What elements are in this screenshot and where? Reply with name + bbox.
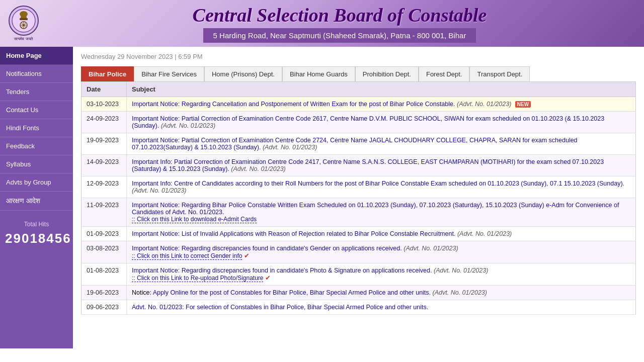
hits-count: 29018456 xyxy=(5,231,68,246)
notice-date: 01-09-2023 xyxy=(82,227,127,241)
tab-home-prisons[interactable]: Home (Prisons) Dept. xyxy=(204,66,282,81)
table-row: 14-09-2023 Important Info: Partial Corre… xyxy=(82,155,636,176)
notice-subject: Important Notice: Partial Correction of … xyxy=(127,112,636,133)
adv-no: (Advt. No. 01/2023) xyxy=(231,165,285,172)
table-row: 19-09-2023 Important Notice: Partial Cor… xyxy=(82,133,636,155)
notice-date: 14-09-2023 xyxy=(82,155,127,176)
notice-subject: Important Info: Centre of Candidates acc… xyxy=(127,176,636,198)
tab-forest[interactable]: Forest Dept. xyxy=(419,66,470,81)
table-row: 09-06-2023 Advt. No. 01/2023: For select… xyxy=(82,300,636,315)
notice-subject: Important Notice: List of Invalid Applic… xyxy=(127,227,636,241)
notice-date: 03-10-2023 xyxy=(82,97,127,112)
notice-link[interactable]: Important Info: Centre of Candidates acc… xyxy=(132,180,624,187)
adv-no: (Advt. No. 01/2023) xyxy=(132,187,186,194)
sidebar-hits: Total Hits 29018456 xyxy=(0,211,73,251)
sub-link-gender[interactable]: :: Click on this Link to correct Gender … xyxy=(132,252,242,260)
new-badge: NEW xyxy=(515,101,531,108)
main-content: Wednesday 29 November 2023 | 6:59 PM Bih… xyxy=(73,47,644,348)
notices-table: Date Subject 03-10-2023 Important Notice… xyxy=(81,81,636,315)
check-icon: ✔ xyxy=(244,252,250,259)
notice-date: 19-06-2023 xyxy=(82,286,127,300)
title-area: Central Selection Board of Constable 5 H… xyxy=(41,4,638,43)
tab-transport[interactable]: Transport Dept. xyxy=(469,66,530,81)
notice-prefix: Notice: xyxy=(132,289,153,296)
adv-no: (Advt. No. 01/2023) xyxy=(433,289,487,296)
sub-link-eadmit[interactable]: :: Click on this Link to download e-Admi… xyxy=(132,216,257,223)
sidebar-item-reservation[interactable]: आरक्षण आदेश xyxy=(0,192,73,211)
hits-label: Total Hits xyxy=(5,221,68,228)
col-header-subject: Subject xyxy=(127,82,636,97)
notice-subject: Important Notice: Regarding discrepancie… xyxy=(127,241,636,263)
tab-bihar-fire[interactable]: Bihar Fire Services xyxy=(134,66,204,81)
notice-link[interactable]: Important Notice: Regarding Bihar Police… xyxy=(132,202,619,216)
table-row: 12-09-2023 Important Info: Centre of Can… xyxy=(82,176,636,198)
emblem: सत्यमेव जयते xyxy=(6,5,41,42)
notice-subject: Notice: Apply Online for the post of Con… xyxy=(127,286,636,300)
adv-no: (Advt. No. 01/2023) xyxy=(457,230,512,237)
tab-bihar-police[interactable]: Bihar Police xyxy=(81,66,134,81)
notice-link[interactable]: Important Notice: List of Invalid Applic… xyxy=(132,230,455,237)
adv-no: (Advt. No. 01/2023) xyxy=(457,101,511,108)
notice-date: 19-09-2023 xyxy=(82,133,127,155)
sidebar-item-hindifonts[interactable]: Hindi Fonts xyxy=(0,119,73,137)
sidebar-item-tenders[interactable]: Tenders xyxy=(0,83,73,101)
notice-subject: Important Notice: Regarding Bihar Police… xyxy=(127,198,636,227)
notice-date: 11-09-2023 xyxy=(82,198,127,227)
sidebar: Home Page Notifications Tenders Contact … xyxy=(0,47,73,348)
emblem-circle xyxy=(9,6,39,36)
adv-no: (Advt. No. 01/2023) xyxy=(263,144,317,151)
notice-subject: Important Notice: Partial Correction of … xyxy=(127,133,636,155)
table-row: 03-10-2023 Important Notice: Regarding C… xyxy=(82,97,636,112)
sidebar-item-contactus[interactable]: Contact Us xyxy=(0,101,73,119)
notice-date: 03-08-2023 xyxy=(82,241,127,263)
table-row: 11-09-2023 Important Notice: Regarding B… xyxy=(82,198,636,227)
table-row: 19-06-2023 Notice: Apply Online for the … xyxy=(82,286,636,300)
tab-prohibition[interactable]: Prohibition Dept. xyxy=(355,66,419,81)
sidebar-item-syllabus[interactable]: Syllabus xyxy=(0,155,73,173)
table-row: 03-08-2023 Important Notice: Regarding d… xyxy=(82,241,636,263)
notice-date: 24-09-2023 xyxy=(82,112,127,133)
layout: Home Page Notifications Tenders Contact … xyxy=(0,47,644,348)
col-header-date: Date xyxy=(82,82,127,97)
notice-date: 12-09-2023 xyxy=(82,176,127,198)
sidebar-item-feedback[interactable]: Feedback xyxy=(0,137,73,155)
table-row: 01-09-2023 Important Notice: List of Inv… xyxy=(82,227,636,241)
adv-no: (Advt. No. 01/2023) xyxy=(161,122,215,129)
notice-link[interactable]: Advt. No. 01/2023: For selection of Cons… xyxy=(132,304,428,311)
svg-rect-3 xyxy=(20,18,28,20)
notice-link[interactable]: Important Notice: Regarding discrepancie… xyxy=(132,267,432,274)
notice-subject: Important Notice: Regarding Cancellation… xyxy=(127,97,636,112)
current-time: 6:59 PM xyxy=(178,53,202,60)
table-row: 24-09-2023 Important Notice: Partial Cor… xyxy=(82,112,636,133)
notice-link[interactable]: Important Info: Partial Correction of Ex… xyxy=(132,158,604,172)
notice-link[interactable]: Apply Online for the post of Constables … xyxy=(153,289,431,296)
current-date: Wednesday 29 November 2023 xyxy=(81,53,173,60)
notice-date: 09-06-2023 xyxy=(82,300,127,315)
emblem-text: सत्यमेव जयते xyxy=(14,37,33,42)
table-row: 01-08-2023 Important Notice: Regarding d… xyxy=(82,263,636,286)
notice-date: 01-08-2023 xyxy=(82,263,127,286)
sidebar-item-notifications[interactable]: Notifications xyxy=(0,65,73,83)
logo-area: सत्यमेव जयते xyxy=(6,5,41,42)
adv-no: (Advt. No. 01/2023) xyxy=(434,267,488,274)
notice-subject: Important Info: Partial Correction of Ex… xyxy=(127,155,636,176)
notice-subject: Advt. No. 01/2023: For selection of Cons… xyxy=(127,300,636,315)
check-icon: ✔ xyxy=(265,275,271,282)
notice-link[interactable]: Important Notice: Partial Correction of … xyxy=(132,137,578,151)
notice-link[interactable]: Important Notice: Regarding discrepancie… xyxy=(132,245,402,252)
adv-no: (Advt. No. 01/2023) xyxy=(404,245,458,252)
tabs-bar: Bihar Police Bihar Fire Services Home (P… xyxy=(81,66,636,81)
tab-bihar-home-guards[interactable]: Bihar Home Guards xyxy=(282,66,355,81)
sidebar-item-homepage[interactable]: Home Page xyxy=(0,47,73,65)
site-address: 5 Harding Road, Near Saptmurti (Shaheed … xyxy=(203,28,476,43)
notice-link[interactable]: Important Notice: Regarding Cancellation… xyxy=(132,101,455,108)
sidebar-item-advtsbygroup[interactable]: Advts by Group xyxy=(0,173,73,192)
notice-subject: Important Notice: Regarding discrepancie… xyxy=(127,263,636,286)
site-title: Central Selection Board of Constable xyxy=(41,4,638,26)
header: सत्यमेव जयते Central Selection Board of … xyxy=(0,0,644,47)
date-bar: Wednesday 29 November 2023 | 6:59 PM xyxy=(81,53,636,60)
sub-link-photo[interactable]: :: Click on this Link to Re-upload Photo… xyxy=(132,275,263,282)
